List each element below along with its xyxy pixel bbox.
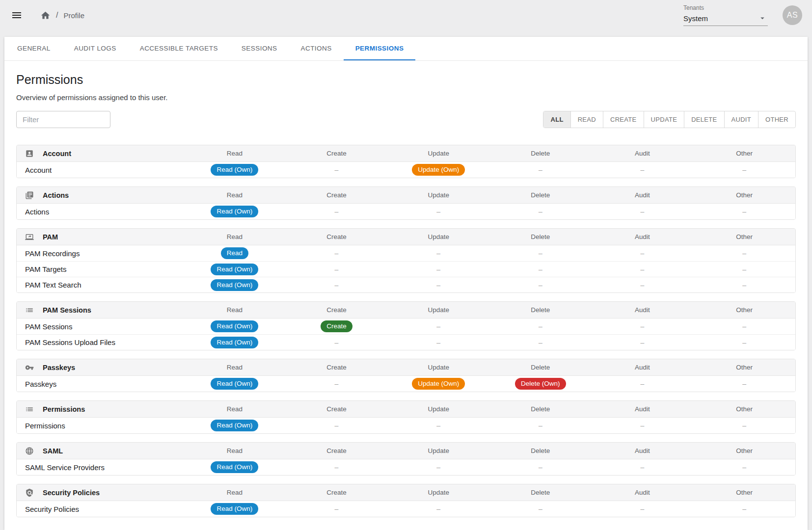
avatar[interactable]: AS	[783, 5, 802, 25]
empty-permission-marker: –	[742, 281, 746, 289]
permission-cell-delete: –	[489, 207, 592, 216]
group-header: Security PoliciesReadCreateUpdateDeleteA…	[17, 484, 795, 501]
permission-cell-update: –	[387, 249, 489, 258]
permission-cell-read: Read (Own)	[184, 337, 286, 348]
column-header-create: Create	[286, 233, 388, 240]
permission-cell-create: –	[286, 281, 388, 290]
home-icon[interactable]	[40, 10, 51, 21]
permission-badge-read: Read (Own)	[211, 337, 258, 348]
empty-permission-marker: –	[742, 380, 746, 388]
row-label: SAML Service Providers	[17, 463, 184, 472]
filter-button-read[interactable]: READ	[571, 111, 603, 128]
empty-permission-marker: –	[335, 463, 339, 471]
tab-general[interactable]: GENERAL	[5, 37, 62, 60]
permission-cell-create: Create	[286, 320, 388, 332]
filter-button-create[interactable]: CREATE	[603, 111, 644, 128]
empty-permission-marker: –	[335, 422, 339, 429]
group-header: AccountReadCreateUpdateDeleteAuditOther	[17, 145, 795, 162]
empty-permission-marker: –	[641, 463, 645, 471]
filter-button-update[interactable]: UPDATE	[644, 111, 685, 128]
group-title-label: Account	[43, 150, 71, 158]
row-label: PAM Text Search	[17, 281, 184, 289]
column-header-audit: Audit	[592, 364, 694, 371]
tab-accessible-targets[interactable]: ACCESSIBLE TARGETS	[128, 37, 230, 60]
permission-badge-read: Read (Own)	[211, 320, 258, 332]
empty-permission-marker: –	[335, 505, 339, 513]
menu-button[interactable]	[7, 5, 27, 25]
permission-cell-create: –	[286, 249, 388, 258]
permission-cell-read: Read (Own)	[184, 378, 286, 390]
column-header-audit: Audit	[592, 191, 694, 199]
permission-group-saml: SAMLReadCreateUpdateDeleteAuditOtherSAML…	[16, 442, 796, 476]
permission-cell-other: –	[693, 322, 795, 331]
permission-type-filter-group: ALLREADCREATEUPDATEDELETEAUDITOTHER	[543, 111, 796, 128]
column-header-create: Create	[286, 306, 388, 314]
empty-permission-marker: –	[539, 249, 542, 257]
top-bar: / Profile Tenants System AS	[0, 0, 812, 30]
column-header-delete: Delete	[489, 191, 592, 199]
column-header-delete: Delete	[489, 233, 592, 240]
empty-permission-marker: –	[641, 265, 645, 273]
tenant-select[interactable]: System	[683, 11, 768, 26]
permission-cell-audit: –	[592, 249, 694, 258]
permission-cell-read: Read (Own)	[184, 264, 286, 275]
tab-actions[interactable]: ACTIONS	[289, 37, 343, 60]
empty-permission-marker: –	[539, 166, 542, 174]
group-title: Security Policies	[17, 488, 184, 497]
permission-cell-other: –	[693, 463, 795, 472]
permission-badge-read: Read (Own)	[211, 503, 258, 515]
permission-cell-create: –	[286, 504, 388, 513]
permission-cell-update: –	[387, 338, 489, 347]
empty-permission-marker: –	[742, 208, 746, 215]
tab-permissions[interactable]: PERMISSIONS	[344, 37, 416, 60]
screen-share-icon	[25, 233, 34, 241]
table-row: PAM Text SearchRead (Own)–––––	[17, 277, 795, 292]
group-header: PAM SessionsReadCreateUpdateDeleteAuditO…	[17, 302, 795, 318]
permission-group-pam: PAMReadCreateUpdateDeleteAuditOtherPAM R…	[16, 228, 796, 293]
tenants-field: Tenants System	[683, 4, 768, 26]
row-label: PAM Sessions	[17, 322, 184, 331]
column-header-other: Other	[693, 306, 795, 314]
filter-button-audit[interactable]: AUDIT	[725, 111, 759, 128]
permission-cell-read: Read (Own)	[184, 461, 286, 473]
filter-row: ALLREADCREATEUPDATEDELETEAUDITOTHER	[16, 111, 796, 128]
column-header-other: Other	[693, 364, 795, 371]
empty-permission-marker: –	[742, 505, 746, 513]
column-header-delete: Delete	[489, 405, 592, 413]
column-header-delete: Delete	[489, 150, 592, 157]
row-label: PAM Sessions Upload Files	[17, 338, 184, 346]
group-header: ActionsReadCreateUpdateDeleteAuditOther	[17, 187, 795, 204]
group-header: SAMLReadCreateUpdateDeleteAuditOther	[17, 443, 795, 459]
permission-cell-read: Read (Own)	[184, 420, 286, 431]
permission-cell-audit: –	[592, 463, 694, 472]
column-header-update: Update	[387, 191, 489, 199]
filter-button-delete[interactable]: DELETE	[684, 111, 724, 128]
empty-permission-marker: –	[742, 422, 746, 429]
empty-permission-marker: –	[436, 322, 440, 330]
permission-cell-create: –	[286, 421, 388, 430]
key-icon	[25, 363, 34, 372]
filter-button-all[interactable]: ALL	[543, 111, 570, 128]
group-title-label: Security Policies	[43, 489, 100, 497]
filter-input[interactable]	[16, 111, 110, 128]
tab-sessions[interactable]: SESSIONS	[230, 37, 289, 60]
permission-cell-update: –	[387, 207, 489, 216]
empty-permission-marker: –	[641, 166, 645, 174]
permission-cell-audit: –	[592, 207, 694, 216]
permission-cell-delete: Delete (Own)	[489, 378, 592, 390]
tab-audit-logs[interactable]: AUDIT LOGS	[62, 37, 128, 60]
permission-cell-audit: –	[592, 165, 694, 174]
empty-permission-marker: –	[335, 281, 339, 289]
column-header-read: Read	[184, 489, 286, 496]
column-header-audit: Audit	[592, 233, 694, 240]
empty-permission-marker: –	[641, 505, 645, 513]
table-row: PAM Sessions Upload FilesRead (Own)–––––	[17, 334, 795, 350]
permission-cell-create: –	[286, 265, 388, 274]
filter-button-other[interactable]: OTHER	[758, 111, 795, 128]
group-title-label: Permissions	[43, 405, 85, 413]
permission-cell-audit: –	[592, 322, 694, 331]
table-row: PAM SessionsRead (Own)Create––––	[17, 318, 795, 334]
permission-group-pam-sessions: PAM SessionsReadCreateUpdateDeleteAuditO…	[16, 301, 796, 350]
permission-cell-delete: –	[489, 322, 592, 331]
column-header-read: Read	[184, 405, 286, 413]
